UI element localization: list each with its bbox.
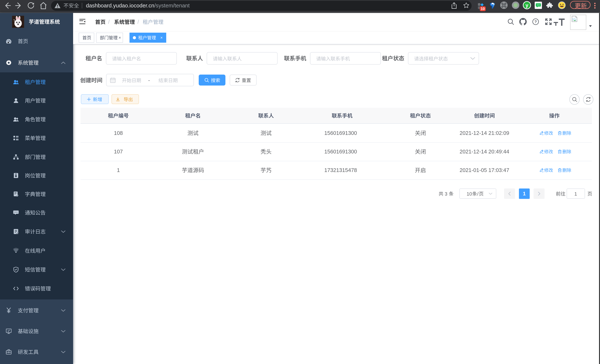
svg-text:?: ? <box>534 19 537 24</box>
svg-text:y: y <box>525 3 528 8</box>
